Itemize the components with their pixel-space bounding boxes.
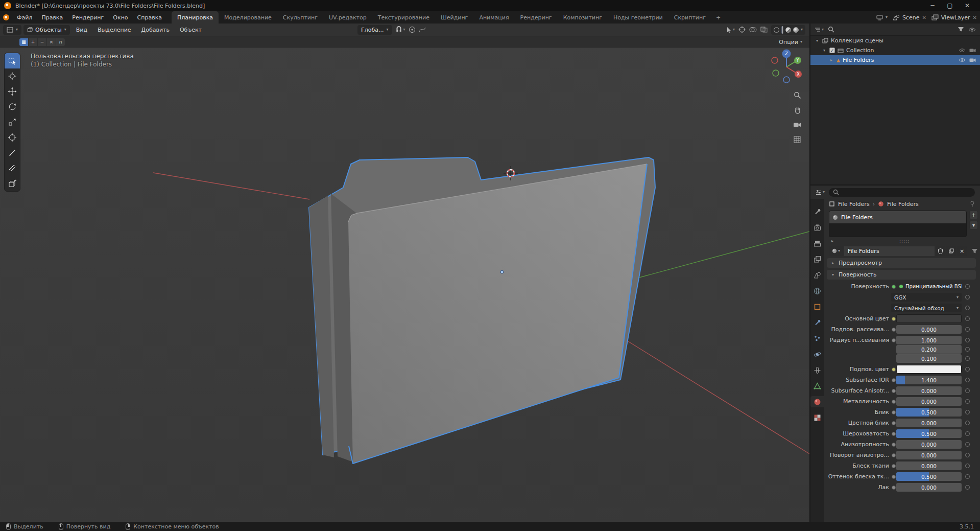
tab-modifiers-icon[interactable] bbox=[810, 317, 824, 328]
decorator-icon[interactable] bbox=[964, 295, 971, 299]
aniso-rotation-slider[interactable]: 0.000 bbox=[896, 451, 962, 459]
scene-unlink-icon[interactable]: ✕ bbox=[922, 15, 926, 20]
menu-view[interactable]: Вид bbox=[72, 27, 91, 33]
select-extend-button[interactable]: + bbox=[29, 38, 37, 46]
outliner-search-icon[interactable] bbox=[828, 26, 834, 33]
shading-solid-icon[interactable] bbox=[782, 26, 783, 34]
ws-tab-animation[interactable]: Анимация bbox=[473, 11, 514, 24]
row-collection[interactable]: ▾ ✓ Collection bbox=[810, 45, 980, 55]
disclosure-icon[interactable]: ▸ bbox=[830, 239, 835, 243]
tool-scale[interactable] bbox=[5, 114, 20, 130]
eye-icon[interactable] bbox=[959, 58, 966, 62]
eye-icon[interactable] bbox=[959, 48, 966, 53]
clearcoat-slider[interactable]: 0.000 bbox=[896, 483, 962, 492]
mode-dropdown[interactable]: Объекты ▾ bbox=[23, 25, 70, 35]
row-object-file-folders[interactable]: ▸ ▲ File Folders bbox=[810, 55, 980, 65]
menu-render[interactable]: Рендеринг bbox=[67, 11, 108, 24]
menu-window[interactable]: Окно bbox=[108, 11, 132, 24]
browse-material-button[interactable]: ▾ bbox=[829, 246, 843, 256]
show-gizmo-icon[interactable] bbox=[738, 26, 746, 33]
shading-material-icon[interactable] bbox=[785, 27, 791, 33]
decorator-icon[interactable] bbox=[964, 388, 971, 393]
decorator-icon[interactable] bbox=[964, 338, 971, 342]
disclosure-icon[interactable]: ▾ bbox=[822, 48, 827, 53]
decorator-icon[interactable] bbox=[964, 453, 971, 457]
tab-physics-icon[interactable] bbox=[810, 349, 824, 360]
panel-preview[interactable]: ▸ Предпросмотр bbox=[827, 258, 976, 268]
properties-editor-dropdown[interactable]: ▾ bbox=[816, 190, 825, 195]
slot-specials-button[interactable]: ▾ bbox=[969, 221, 978, 229]
decorator-icon[interactable] bbox=[964, 431, 971, 436]
decorator-icon[interactable] bbox=[964, 356, 971, 361]
menu-edit[interactable]: Правка bbox=[37, 11, 67, 24]
base-color-swatch[interactable] bbox=[896, 314, 962, 323]
decorator-icon[interactable] bbox=[964, 327, 971, 332]
proportional-edit-icon[interactable] bbox=[409, 26, 416, 33]
ws-tab-modeling[interactable]: Моделирование bbox=[219, 11, 277, 24]
decorator-icon[interactable] bbox=[964, 474, 971, 479]
tab-output-icon[interactable] bbox=[810, 238, 824, 249]
gizmo-x-neg[interactable] bbox=[772, 57, 778, 63]
header-eye-icon[interactable] bbox=[968, 27, 976, 32]
ws-tab-geometry-nodes[interactable]: Ноды геометрии bbox=[608, 11, 668, 24]
decorator-icon[interactable] bbox=[964, 410, 971, 414]
unlink-material-button[interactable]: × bbox=[957, 246, 967, 256]
close-button[interactable]: ✕ bbox=[959, 0, 976, 11]
decorator-icon[interactable] bbox=[964, 347, 971, 352]
tool-cursor[interactable] bbox=[5, 68, 20, 84]
drag-handle-icon[interactable]: ::::: bbox=[899, 239, 910, 244]
tab-object-data-icon[interactable] bbox=[810, 380, 824, 391]
decorator-icon[interactable] bbox=[964, 442, 971, 447]
ws-tab-texture-paint[interactable]: Текстурирование bbox=[372, 11, 435, 24]
sss-method-dropdown[interactable]: Случайный обход▾ bbox=[891, 304, 962, 312]
minimize-button[interactable]: ─ bbox=[924, 0, 941, 11]
decorator-icon[interactable] bbox=[964, 306, 971, 310]
tool-transform[interactable] bbox=[5, 130, 20, 145]
snap-magnet-icon[interactable]: ▾ bbox=[395, 26, 405, 33]
subsurface-aniso-slider[interactable]: 0.000 bbox=[896, 386, 962, 395]
disclosure-icon[interactable]: ▸ bbox=[829, 58, 834, 62]
outliner-filter-icon[interactable] bbox=[958, 27, 964, 32]
maximize-button[interactable]: ▢ bbox=[941, 0, 959, 11]
new-material-button[interactable] bbox=[946, 246, 956, 256]
add-workspace-button[interactable]: + bbox=[711, 11, 725, 24]
show-overlays-icon[interactable] bbox=[749, 27, 757, 33]
collection-checkbox[interactable]: ✓ bbox=[829, 48, 835, 53]
metallic-slider[interactable]: 0.000 bbox=[896, 397, 962, 406]
subsurface-slider[interactable]: 0.000 bbox=[896, 325, 962, 334]
panel-surface[interactable]: ▾ Поверхность bbox=[827, 270, 976, 280]
select-invert-button[interactable]: × bbox=[47, 38, 56, 46]
decorator-icon[interactable] bbox=[964, 464, 971, 468]
ws-tab-uv[interactable]: UV-редактор bbox=[323, 11, 372, 24]
viewlayer-selector[interactable]: ViewLayer ✕ bbox=[931, 14, 977, 21]
breadcrumb-object[interactable]: File Folders bbox=[838, 201, 870, 207]
select-subtract-button[interactable]: − bbox=[38, 38, 46, 46]
tab-viewlayer-icon[interactable] bbox=[810, 253, 824, 265]
shading-wireframe-icon[interactable] bbox=[774, 27, 779, 33]
tab-particles-icon[interactable] bbox=[810, 333, 824, 344]
decorator-icon[interactable] bbox=[964, 485, 971, 490]
material-filter-icon[interactable] bbox=[971, 248, 978, 254]
screen-layout-dropdown[interactable]: ▾ bbox=[876, 15, 888, 20]
decorator-icon[interactable] bbox=[964, 284, 971, 289]
pin-icon[interactable] bbox=[970, 201, 975, 207]
ws-tab-sculpting[interactable]: Скульптинг bbox=[277, 11, 323, 24]
scene-selector[interactable]: Scene ✕ bbox=[893, 14, 926, 21]
ws-tab-scripting[interactable]: Скриптинг bbox=[668, 11, 711, 24]
falloff-curve-icon[interactable] bbox=[419, 26, 426, 33]
options-dropdown[interactable]: Опции ▾ bbox=[779, 39, 802, 45]
xray-toggle-icon[interactable] bbox=[760, 27, 768, 33]
ws-tab-rendering[interactable]: Рендеринг bbox=[515, 11, 558, 24]
tool-move[interactable] bbox=[5, 84, 20, 99]
menu-object[interactable]: Объект bbox=[176, 27, 206, 33]
decorator-icon[interactable] bbox=[964, 399, 971, 404]
zoom-icon[interactable] bbox=[793, 90, 802, 100]
material-slot-row[interactable]: File Folders bbox=[829, 211, 966, 223]
roughness-slider[interactable]: 0.500 bbox=[896, 429, 962, 438]
disclosure-icon[interactable]: ▾ bbox=[815, 38, 820, 43]
menu-select[interactable]: Выделение bbox=[93, 27, 135, 33]
tab-constraints-icon[interactable] bbox=[810, 364, 824, 376]
sss-color-swatch[interactable] bbox=[896, 365, 962, 374]
outliner-editor-dropdown[interactable]: ▾ bbox=[815, 27, 824, 32]
fake-user-button[interactable] bbox=[936, 246, 945, 256]
